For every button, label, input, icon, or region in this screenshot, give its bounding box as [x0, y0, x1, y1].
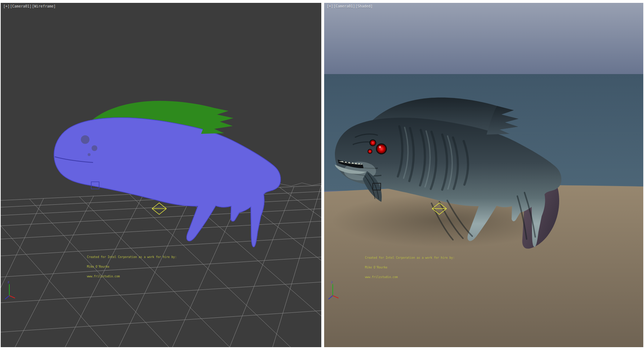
credit-line-2: Mike O'Rourke — [365, 266, 454, 269]
credit-line-1: Created for Intel Corporation as a work … — [87, 256, 176, 259]
viewport-shaded[interactable]: [+][Camera01][Shaded] — [324, 3, 643, 347]
transform-gizmo[interactable] — [152, 203, 166, 214]
viewport-label: [+][Camera01][Shaded] — [327, 4, 373, 8]
viewport-menu-general[interactable]: [+] — [327, 4, 333, 8]
world-axis-tripod: z — [5, 280, 15, 299]
viewport-wireframe[interactable]: [+][Camera01][Wireframe] — [1, 3, 321, 347]
fish-body-wireframe[interactable] — [54, 118, 280, 247]
credit-line-1: Created for Intel Corporation as a work … — [365, 256, 454, 259]
viewport-menu-pov[interactable]: [Camera01] — [333, 4, 355, 8]
viewport-menu-shading[interactable]: [Wireframe] — [32, 4, 55, 8]
fish-eye-spot — [92, 145, 97, 151]
fish-eye-spot — [88, 153, 91, 156]
scene-credit-text: Created for Intel Corporation as a work … — [87, 249, 176, 285]
credit-line-3: www.frilzstudio.com — [365, 276, 454, 279]
viewport-menu-shading[interactable]: [Shaded] — [355, 4, 372, 8]
credit-line-2: Mike O'Rourke — [87, 265, 176, 268]
axis-z-label: z — [331, 280, 333, 284]
viewport-menu-general[interactable]: [+] — [3, 4, 10, 8]
fish-eye-spot — [81, 135, 89, 144]
viewport-label: [+][Camera01][Wireframe] — [3, 4, 56, 8]
scene-credit-text: Created for Intel Corporation as a work … — [365, 250, 454, 285]
dual-viewport-canvas: { "viewport_left": { "menu_plus": "[+]",… — [0, 0, 644, 350]
viewport-menu-pov[interactable]: [Camera01] — [10, 4, 31, 8]
wireframe-scene: z — [1, 3, 321, 347]
credit-line-3: www.frilzstudio.com — [87, 275, 176, 278]
shaded-scene: z — [324, 3, 643, 347]
sky — [324, 3, 643, 74]
axis-z-label: z — [8, 280, 9, 284]
